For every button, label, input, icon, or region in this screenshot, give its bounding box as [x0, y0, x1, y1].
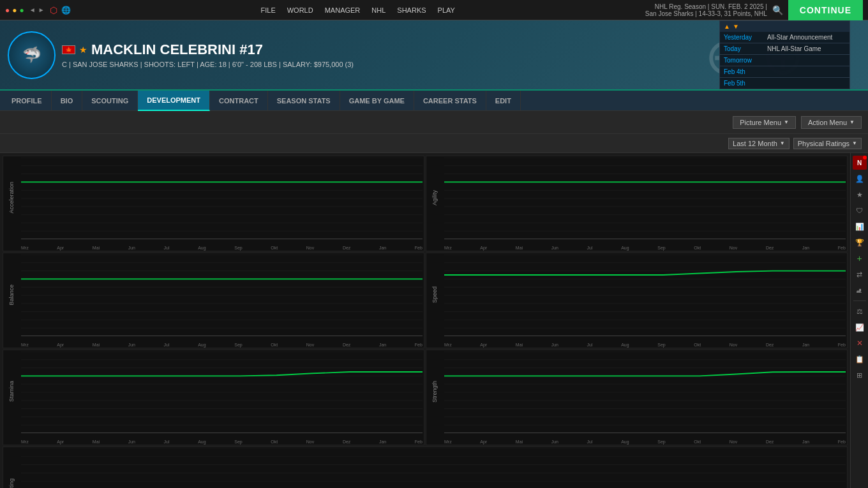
window-maximize[interactable]: ●: [20, 6, 24, 15]
chart-type-filter[interactable]: Physical Ratings ▼: [793, 138, 862, 149]
chart-label-fighting: Fighting: [4, 447, 19, 488]
news-panel: ▲ ▼ Yesterday All-Star Announcement Toda…: [719, 20, 850, 89]
tab-game-by-game[interactable]: GAME BY GAME: [340, 91, 414, 111]
chart-label-agility: Agility: [428, 156, 442, 239]
player-star-icon: ★: [79, 45, 87, 55]
nav-play[interactable]: PLAY: [433, 5, 460, 15]
action-menu-button[interactable]: Action Menu ▼: [801, 116, 862, 129]
topbar-right: NHL Reg. Season | SUN. FEB. 2 2025 | San…: [645, 0, 863, 20]
today-label: Today: [724, 45, 762, 52]
today-text: NHL All-Star Game: [767, 45, 821, 52]
chart-speed: SpeedMrzAprMaiJunJulAugSepOktNovDezJanFe…: [426, 253, 848, 348]
news-today: Today NHL All-Star Game: [720, 43, 849, 55]
chart-svg-stamina: [21, 351, 423, 433]
continue-button[interactable]: CONTINUE: [788, 0, 863, 20]
chart-xaxis-strength: MrzAprMaiJunJulAugSepOktNovDezJanFeb: [444, 434, 846, 444]
yesterday-text: All-Star Announcement: [767, 34, 832, 41]
topbar-nav: FILE WORLD MANAGER NHL SHARKS PLAY: [256, 5, 460, 15]
sidebar-swap-icon[interactable]: ⇄: [853, 267, 867, 281]
chart-xaxis-stamina: MrzAprMaiJunJulAugSepOktNovDezJanFeb: [21, 434, 423, 444]
nav-world[interactable]: WORLD: [282, 5, 318, 15]
yesterday-label: Yesterday: [724, 34, 762, 41]
tab-bio[interactable]: BIO: [52, 91, 83, 111]
sidebar-compare-icon[interactable]: ⚖: [853, 304, 867, 318]
chart-svg-agility: [444, 158, 846, 239]
charts-area: AccelerationMrzAprMaiJunJulAugSepOktNovD…: [0, 153, 850, 488]
tabs-bar: PROFILE BIO SCOUTING DEVELOPMENT CONTRAC…: [0, 91, 868, 111]
action-menu-arrow: ▼: [849, 119, 855, 125]
feb5-label: Feb 5th: [724, 80, 762, 87]
picture-menu-arrow: ▼: [784, 119, 789, 125]
picture-menu-button[interactable]: Picture Menu ▼: [733, 116, 796, 129]
team-logo: 🦈: [8, 31, 56, 79]
news-down-arrow[interactable]: ▼: [733, 23, 739, 30]
sidebar-history-icon[interactable]: 📈: [853, 320, 867, 334]
chart-svg-balance: [21, 255, 423, 336]
nav-sharks[interactable]: SHARKS: [392, 5, 431, 15]
tomorrow-label: Tomorrow: [724, 57, 762, 64]
sidebar-chart-icon[interactable]: 📊: [853, 219, 867, 233]
sidebar-contract-icon[interactable]: 📋: [853, 352, 867, 366]
chart-svg-fighting: [21, 448, 846, 488]
sidebar-x-icon[interactable]: ✕: [853, 336, 867, 350]
feb4-label: Feb 4th: [724, 68, 762, 75]
chart-label-strength: Strength: [428, 350, 442, 433]
sidebar-divider: [853, 300, 866, 301]
chart-label-speed: Speed: [428, 253, 442, 336]
topbar: ● ● ● ◄ ► ⬡ 🌐 FILE WORLD MANAGER NHL SHA…: [0, 0, 868, 20]
player-flag: 🍁: [62, 45, 75, 54]
news-feb4: Feb 4th: [720, 66, 849, 77]
sidebar-skate-icon[interactable]: ⛸: [853, 283, 867, 297]
nav-file[interactable]: FILE: [256, 5, 281, 15]
chart-stamina: StaminaMrzAprMaiJunJulAugSepOktNovDezJan…: [3, 350, 424, 445]
sidebar-shield-icon[interactable]: 🛡: [853, 203, 867, 218]
tab-edit[interactable]: EDIT: [486, 91, 521, 111]
chart-label-balance: Balance: [4, 253, 19, 336]
chart-xaxis-acceleration: MrzAprMaiJunJulAugSepOktNovDezJanFeb: [21, 240, 423, 250]
tab-season-stats[interactable]: SEASON STATS: [268, 91, 340, 111]
player-name: MACKLIN CELEBRINI #17: [91, 41, 263, 58]
tab-career-stats[interactable]: CAREER STATS: [414, 91, 486, 111]
chart-label-stamina: Stamina: [4, 350, 19, 433]
chart-agility: AgilityMrzAprMaiJunJulAugSepOktNovDezJan…: [426, 156, 848, 251]
chart-type-arrow: ▼: [852, 140, 857, 146]
period-arrow: ▼: [780, 140, 785, 146]
chart-balance: BalanceMrzAprMaiJunJulAugSepOktNovDezJan…: [3, 253, 424, 348]
sidebar-nhl-icon[interactable]: N: [853, 156, 867, 170]
search-icon[interactable]: 🔍: [772, 5, 783, 15]
news-feb5: Feb 5th: [720, 77, 849, 89]
news-yesterday: Yesterday All-Star Announcement: [720, 32, 849, 43]
forward-btn[interactable]: ►: [38, 6, 45, 13]
chart-fighting: FightingMrzAprMaiJunJulAugSepOktNovDezJa…: [3, 447, 848, 488]
window-close[interactable]: ●: [5, 6, 10, 15]
tab-contract[interactable]: CONTRACT: [210, 91, 268, 111]
tab-scouting[interactable]: SCOUTING: [82, 91, 138, 111]
app-logo: ⬡: [50, 5, 57, 15]
window-minimize[interactable]: ●: [12, 6, 17, 15]
chart-acceleration: AccelerationMrzAprMaiJunJulAugSepOktNovD…: [3, 156, 424, 251]
chart-label-acceleration: Acceleration: [4, 156, 19, 239]
tab-profile[interactable]: PROFILE: [3, 91, 52, 111]
topbar-left: ● ● ● ◄ ► ⬡ 🌐: [5, 5, 71, 15]
chart-svg-strength: [444, 351, 846, 433]
sidebar-person-icon[interactable]: 👤: [853, 172, 867, 186]
sidebar-grid-icon[interactable]: ⊞: [853, 368, 867, 382]
nav-manager[interactable]: MANAGER: [320, 5, 366, 15]
nav-nhl[interactable]: NHL: [366, 5, 391, 15]
chart-xaxis-speed: MrzAprMaiJunJulAugSepOktNovDezJanFeb: [444, 337, 846, 347]
sidebar-trophy-icon[interactable]: 🏆: [853, 235, 867, 249]
back-btn[interactable]: ◄: [29, 6, 36, 13]
toolbar-row: Picture Menu ▼ Action Menu ▼: [0, 111, 868, 134]
chart-svg-acceleration: [21, 158, 423, 239]
news-header: ▲ ▼: [720, 21, 849, 32]
news-tomorrow: Tomorrow: [720, 55, 849, 66]
sidebar-plus-icon[interactable]: +: [853, 251, 867, 265]
chart-svg-speed: [444, 255, 846, 336]
sidebar-star-icon[interactable]: ★: [853, 188, 867, 202]
tab-development[interactable]: DEVELOPMENT: [138, 91, 210, 111]
period-filter[interactable]: Last 12 Month ▼: [728, 138, 789, 149]
news-up-arrow[interactable]: ▲: [724, 23, 730, 30]
season-info: NHL Reg. Season | SUN. FEB. 2 2025 | San…: [645, 3, 767, 17]
right-sidebar: N 👤 ★ 🛡 📊 🏆 + ⇄ ⛸ ⚖ 📈 ✕ 📋 ⊞: [850, 153, 868, 488]
main-content: AccelerationMrzAprMaiJunJulAugSepOktNovD…: [0, 153, 868, 488]
